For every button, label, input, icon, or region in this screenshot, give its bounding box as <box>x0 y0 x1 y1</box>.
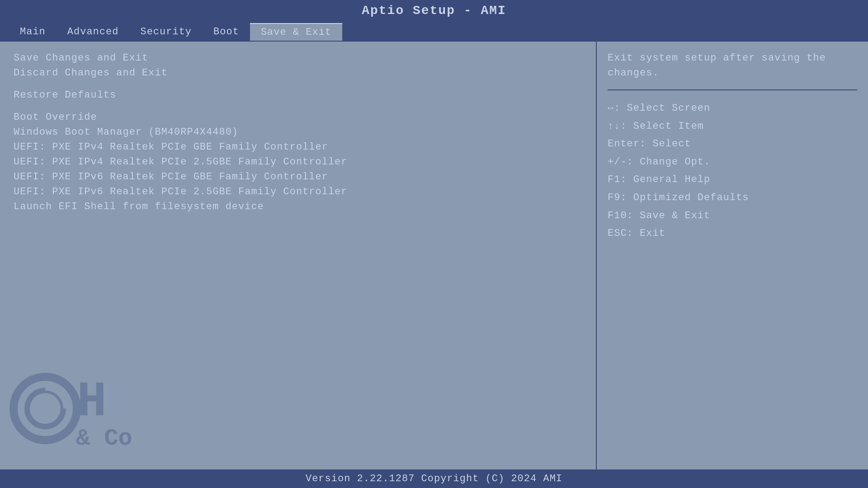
svg-text:H: H <box>77 374 107 430</box>
menu-spacer-4 <box>14 103 582 110</box>
right-panel: Exit system setup after saving the chang… <box>597 42 868 469</box>
key-hint-4: F1: General Help <box>608 171 857 189</box>
main-content: Save Changes and ExitDiscard Changes and… <box>0 41 868 469</box>
app: Aptio Setup - AMI MainAdvancedSecurityBo… <box>0 0 868 488</box>
menu-item-11[interactable]: Launch EFI Shell from filesystem device <box>14 199 582 214</box>
menu-spacer-2 <box>14 80 582 88</box>
nav-tab-main[interactable]: Main <box>9 23 57 40</box>
key-hint-3: +/-: Change Opt. <box>608 153 857 171</box>
left-panel: Save Changes and ExitDiscard Changes and… <box>0 42 597 469</box>
menu-item-6[interactable]: Windows Boot Manager (BM40RP4X4480) <box>14 125 582 140</box>
title-text: Aptio Setup - AMI <box>362 4 506 18</box>
divider <box>608 89 857 90</box>
key-hint-7: ESC: Exit <box>608 225 857 243</box>
menu-item-8[interactable]: UEFI: PXE IPv4 Realtek PCIe 2.5GBE Famil… <box>14 155 582 169</box>
menu-item-1[interactable]: Discard Changes and Exit <box>14 66 582 80</box>
menu-item-10[interactable]: UEFI: PXE IPv6 Realtek PCIe 2.5GBE Famil… <box>14 184 582 199</box>
nav-tab-save---exit[interactable]: Save & Exit <box>250 23 342 41</box>
footer-text: Version 2.22.1287 Copyright (C) 2024 AMI <box>306 473 562 484</box>
nav-bar: MainAdvancedSecurityBootSave & Exit <box>0 21 868 41</box>
menu-item-9[interactable]: UEFI: PXE IPv6 Realtek PCIe GBE Family C… <box>14 169 582 184</box>
key-hints: ↔: Select Screen↑↓: Select ItemEnter: Se… <box>608 99 857 243</box>
key-hint-1: ↑↓: Select Item <box>608 117 857 136</box>
key-hint-6: F10: Save & Exit <box>608 207 857 225</box>
menu-item-5: Boot Override <box>14 110 582 125</box>
nav-tab-boot[interactable]: Boot <box>203 23 250 40</box>
nav-tab-advanced[interactable]: Advanced <box>57 23 130 40</box>
key-hint-2: Enter: Select <box>608 135 857 153</box>
footer: Version 2.22.1287 Copyright (C) 2024 AMI <box>0 469 868 488</box>
title-bar: Aptio Setup - AMI <box>0 0 868 21</box>
key-hint-5: F9: Optimized Defaults <box>608 189 857 207</box>
svg-point-1 <box>27 390 63 427</box>
nav-tab-security[interactable]: Security <box>129 23 203 40</box>
help-text: Exit system setup after saving the chang… <box>608 51 857 80</box>
svg-text:& Co: & Co <box>76 425 132 452</box>
watermark-logo: H & Co <box>9 350 154 460</box>
menu-item-0[interactable]: Save Changes and Exit <box>14 51 582 66</box>
menu-item-3[interactable]: Restore Defaults <box>14 88 582 103</box>
menu-item-7[interactable]: UEFI: PXE IPv4 Realtek PCIe GBE Family C… <box>14 140 582 155</box>
key-hint-0: ↔: Select Screen <box>608 99 857 117</box>
